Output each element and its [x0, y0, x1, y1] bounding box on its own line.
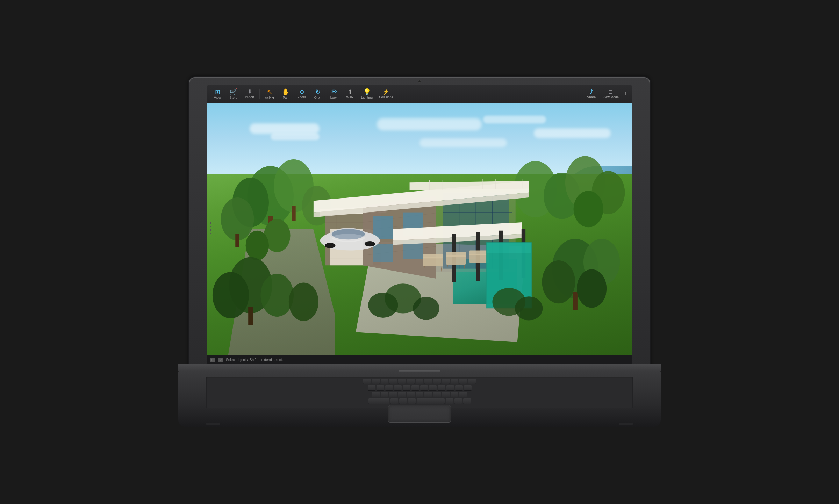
svg-point-24 — [289, 282, 318, 321]
orbit-label: Orbit — [314, 96, 322, 99]
key — [363, 379, 371, 384]
svg-rect-21 — [248, 307, 253, 325]
toolbar-item-look[interactable]: 👁 Look — [326, 87, 342, 101]
toolbar: ⊞ View 🛒 Store ⬇ Import ↖ Select — [207, 85, 632, 103]
key — [403, 385, 410, 391]
viewmode-icon: ⊡ — [608, 89, 613, 95]
foot-right — [619, 423, 633, 425]
key-row-3 — [208, 392, 631, 397]
key-row-1 — [208, 379, 631, 384]
toolbar-item-share[interactable]: ⤴ Share — [584, 88, 599, 100]
toolbar-item-import[interactable]: ⬇ Import — [242, 88, 257, 100]
key-row-4 — [208, 398, 631, 404]
svg-rect-76 — [423, 257, 443, 267]
share-label: Share — [587, 95, 596, 99]
key — [372, 392, 380, 397]
view-label: View — [214, 96, 221, 99]
key — [433, 379, 441, 384]
key — [407, 379, 415, 384]
laptop-base — [178, 364, 661, 427]
key — [446, 398, 453, 404]
key — [381, 392, 388, 397]
view-icon: ⊞ — [215, 89, 220, 95]
key — [446, 385, 454, 391]
laptop-frame: ⊞ View 🛒 Store ⬇ Import ↖ Select — [178, 77, 661, 427]
toolbar-item-zoom[interactable]: ⊕ Zoom — [294, 88, 309, 100]
viewport-3d[interactable] — [207, 103, 632, 355]
trees-right-top — [514, 156, 625, 228]
svg-rect-47 — [373, 244, 393, 262]
pan-icon: ✋ — [282, 89, 289, 95]
key — [385, 385, 393, 391]
scene-svg — [207, 103, 632, 355]
store-label: Store — [230, 96, 238, 99]
toolbar-item-lighting[interactable]: 💡 Lighting — [358, 87, 375, 101]
svg-rect-45 — [373, 216, 393, 239]
divider-1 — [259, 89, 260, 99]
info-button[interactable]: ℹ — [622, 92, 629, 96]
svg-point-93 — [365, 241, 375, 246]
zoom-label: Zoom — [297, 95, 306, 99]
key — [420, 385, 428, 391]
key-row-2 — [208, 385, 631, 391]
svg-point-94 — [332, 234, 365, 242]
key — [416, 392, 423, 397]
toolbar-item-view[interactable]: ⊞ View — [210, 87, 225, 101]
key — [368, 385, 375, 391]
svg-point-22 — [213, 272, 249, 318]
share-icon: ⤴ — [590, 89, 593, 95]
collisions-label: Collisions — [379, 95, 393, 99]
key — [454, 398, 462, 404]
key — [389, 379, 397, 384]
screen-bezel: ⊞ View 🛒 Store ⬇ Import ↖ Select — [189, 77, 650, 371]
svg-point-18 — [542, 260, 575, 303]
toolbar-item-orbit[interactable]: ↻ Orbit — [310, 87, 325, 101]
key — [381, 379, 388, 384]
laptop-keyboard-area — [178, 372, 661, 427]
screen-area: ⊞ View 🛒 Store ⬇ Import ↖ Select — [207, 85, 632, 365]
key — [429, 385, 437, 391]
key — [442, 379, 450, 384]
toolbar-right: ⤴ Share ⊡ View Mode ℹ — [584, 88, 629, 100]
key — [464, 385, 472, 391]
svg-point-23 — [260, 274, 294, 317]
key — [424, 392, 432, 397]
viewport-drag-handle[interactable] — [210, 222, 211, 236]
store-icon: 🛒 — [230, 89, 237, 95]
import-label: Import — [245, 95, 254, 99]
toolbar-item-walk[interactable]: ⬆ Walk — [342, 88, 358, 100]
toolbar-item-store[interactable]: 🛒 Store — [226, 87, 241, 101]
svg-rect-6 — [235, 234, 239, 247]
key-space — [368, 398, 389, 404]
key — [399, 398, 407, 404]
status-icon-info[interactable]: ? — [218, 358, 223, 362]
key — [377, 385, 384, 391]
key-space-main — [417, 398, 445, 404]
select-label: Select — [265, 96, 274, 100]
foot-left — [206, 423, 220, 425]
viewmode-label: View Mode — [603, 95, 619, 99]
toolbar-item-select[interactable]: ↖ Select — [262, 87, 277, 101]
svg-point-96 — [368, 293, 398, 318]
key — [407, 392, 415, 397]
key — [411, 385, 419, 391]
zoom-icon: ⊕ — [300, 89, 304, 95]
key — [451, 379, 458, 384]
trackpad[interactable] — [388, 405, 451, 423]
svg-point-14 — [574, 191, 603, 227]
svg-point-99 — [515, 296, 543, 320]
key — [433, 392, 441, 397]
svg-rect-88 — [487, 243, 531, 253]
toolbar-item-pan[interactable]: ✋ Pan — [278, 87, 293, 101]
status-text: Select objects. Shift to extend select. — [226, 358, 283, 362]
walk-label: Walk — [346, 95, 353, 99]
key — [438, 385, 445, 391]
key — [389, 392, 397, 397]
lighting-label: Lighting — [361, 96, 373, 99]
key — [424, 379, 432, 384]
key — [459, 392, 467, 397]
key — [398, 379, 406, 384]
key — [408, 398, 416, 404]
toolbar-item-viewmode[interactable]: ⊡ View Mode — [600, 88, 622, 100]
toolbar-item-collisions[interactable]: ⚡ Collisions — [376, 88, 396, 100]
